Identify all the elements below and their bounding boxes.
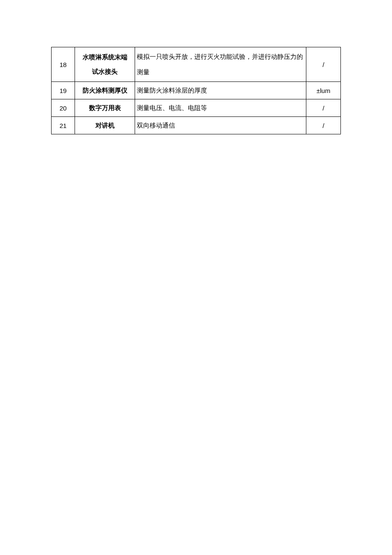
equipment-description: 双向移动通信: [135, 117, 306, 134]
name-line2: 试水接头: [92, 68, 118, 75]
table-row: 19 防火涂料测厚仪 测量防火涂料涂层的厚度 ±lum: [52, 82, 341, 99]
equipment-spec: ±lum: [306, 82, 341, 99]
table-row: 21 对讲机 双向移动通信 /: [52, 117, 341, 134]
row-number: 19: [52, 82, 75, 99]
equipment-name: 防火涂料测厚仪: [75, 82, 135, 99]
document-page: 18 水喷淋系统末端 试水接头 模拟一只喷头开放，进行灭火功能试验，并进行动静压…: [0, 0, 392, 134]
equipment-name: 数字万用表: [75, 99, 135, 117]
equipment-description: 测量电压、电流、电阻等: [135, 99, 306, 117]
row-number: 18: [52, 47, 75, 82]
equipment-name: 对讲机: [75, 117, 135, 134]
equipment-spec: /: [306, 99, 341, 117]
equipment-description: 测量防火涂料涂层的厚度: [135, 82, 306, 99]
table-row: 18 水喷淋系统末端 试水接头 模拟一只喷头开放，进行灭火功能试验，并进行动静压…: [52, 47, 341, 82]
row-number: 21: [52, 117, 75, 134]
row-number: 20: [52, 99, 75, 117]
equipment-spec: /: [306, 117, 341, 134]
equipment-description: 模拟一只喷头开放，进行灭火功能试验，并进行动静压力的测量: [135, 47, 306, 82]
table-row: 20 数字万用表 测量电压、电流、电阻等 /: [52, 99, 341, 117]
equipment-spec: /: [306, 47, 341, 82]
name-line1: 水喷淋系统末端: [83, 54, 127, 61]
equipment-name: 水喷淋系统末端 试水接头: [75, 47, 135, 82]
equipment-table: 18 水喷淋系统末端 试水接头 模拟一只喷头开放，进行灭火功能试验，并进行动静压…: [51, 47, 341, 134]
